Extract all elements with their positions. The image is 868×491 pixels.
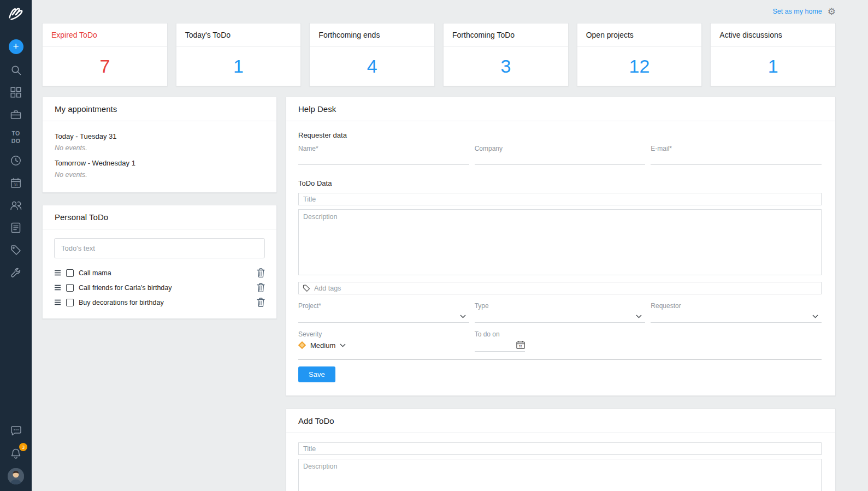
calendar-icon[interactable]: 31: [9, 176, 22, 190]
todo-on-date-input[interactable]: [475, 339, 509, 351]
add-todo-form: [286, 433, 835, 491]
todo-checkbox[interactable]: [66, 269, 74, 277]
appointment-status: No events.: [55, 144, 264, 152]
stat-value[interactable]: 4: [310, 47, 434, 86]
projects-briefcase-icon[interactable]: [9, 108, 22, 121]
type-label: Type: [475, 302, 646, 310]
user-avatar[interactable]: [8, 468, 24, 484]
stat-value[interactable]: 7: [43, 47, 167, 86]
company-field: Company: [475, 145, 646, 165]
help-desk-card: Help Desk Requester data Name* Company: [286, 97, 836, 396]
trash-icon[interactable]: [257, 298, 265, 307]
todo-item-label: Call friends for Carla's birthday: [79, 284, 252, 292]
my-appointments-card: My appointments Today - Tuesday 31 No ev…: [42, 97, 277, 193]
drag-handle-icon[interactable]: [54, 285, 61, 291]
name-input[interactable]: [298, 153, 469, 165]
right-column: Help Desk Requester data Name* Company: [286, 97, 836, 491]
todo-item-label: Buy decorations for birthday: [79, 299, 252, 306]
stat-value[interactable]: 1: [711, 47, 835, 86]
name-label: Name*: [298, 145, 469, 152]
chevron-down-icon: [636, 315, 642, 318]
email-input[interactable]: [651, 153, 822, 165]
dashboard-columns: My appointments Today - Tuesday 31 No ev…: [42, 97, 836, 491]
severity-select[interactable]: Medium: [298, 339, 469, 352]
help-desk-form: Requester data Name* Company E-mail*: [286, 121, 835, 395]
stat-value[interactable]: 12: [577, 47, 702, 86]
type-field: Type: [475, 302, 646, 323]
add-button[interactable]: [9, 39, 23, 54]
tools-wrench-icon[interactable]: [9, 266, 22, 279]
notes-icon[interactable]: [9, 221, 22, 234]
project-select[interactable]: [298, 310, 469, 323]
drag-handle-icon[interactable]: [54, 270, 61, 276]
topbar: Set as my home: [42, 0, 836, 23]
set-home-link[interactable]: Set as my home: [772, 8, 822, 15]
todo-on-label: To do on: [475, 330, 646, 338]
app-logo[interactable]: [6, 5, 26, 25]
stat-value[interactable]: 3: [444, 47, 568, 86]
dashboard-icon[interactable]: [9, 86, 22, 99]
notification-badge: 3: [19, 443, 27, 451]
requestor-select[interactable]: [651, 310, 822, 323]
save-button[interactable]: Save: [298, 366, 335, 382]
stat-title: Open projects: [577, 23, 702, 47]
helpdesk-title-input[interactable]: [298, 193, 822, 205]
chevron-down-icon: [460, 315, 466, 318]
stat-title: Forthcoming ToDo: [444, 23, 568, 47]
datepicker-calendar-icon[interactable]: 31: [516, 341, 525, 349]
project-field: Project*: [298, 302, 469, 323]
stat-card-forthcoming-todo: Forthcoming ToDo 3: [443, 23, 569, 86]
stat-card-expired-todo: Expired ToDo 7: [42, 23, 168, 86]
selects-row: Project* Type Requestor: [298, 302, 822, 323]
drag-handle-icon[interactable]: [54, 299, 61, 305]
stat-title: Forthcoming ends: [310, 23, 434, 47]
type-select[interactable]: [475, 310, 646, 323]
trash-icon[interactable]: [257, 283, 265, 292]
tags-input-wrap: [298, 282, 822, 294]
todo-item: Buy decorations for birthday: [54, 295, 265, 310]
section-requester-data: Requester data: [298, 131, 822, 139]
add-todo-description-input[interactable]: [298, 459, 822, 491]
company-input[interactable]: [475, 153, 646, 165]
stat-value[interactable]: 1: [176, 47, 301, 86]
sidebar: TO DO 31: [0, 0, 32, 491]
main-content: Set as my home Expired ToDo 7 Today's To…: [32, 0, 868, 491]
add-tags-input[interactable]: [313, 284, 817, 293]
trash-icon[interactable]: [257, 268, 265, 277]
todo-checkbox[interactable]: [66, 284, 74, 292]
section-todo-data: ToDo Data: [298, 179, 822, 187]
chat-icon[interactable]: [9, 424, 22, 437]
todo-checkbox[interactable]: [66, 299, 74, 306]
left-column: My appointments Today - Tuesday 31 No ev…: [42, 97, 277, 319]
gear-icon[interactable]: [828, 6, 836, 17]
add-todo-card: Add ToDo: [286, 409, 836, 491]
todo-item: Call friends for Carla's birthday: [54, 280, 265, 295]
notifications-bell-icon[interactable]: 3: [9, 447, 22, 460]
svg-text:31: 31: [14, 183, 18, 187]
email-field: E-mail*: [651, 145, 822, 165]
search-icon[interactable]: [9, 63, 22, 76]
stat-title: Active discussions: [711, 23, 835, 47]
users-icon[interactable]: [9, 199, 22, 212]
todo-item: Call mama: [54, 265, 265, 280]
appointments-body: Today - Tuesday 31 No events. Tomorrow -…: [43, 121, 276, 192]
todo-list: Call mama Call friends for Carla's birth…: [54, 265, 265, 310]
severity-medium-icon: [298, 341, 306, 349]
card-title: My appointments: [43, 97, 276, 121]
time-clock-icon[interactable]: [9, 154, 22, 167]
stat-card-forthcoming-ends: Forthcoming ends 4: [309, 23, 435, 86]
sidebar-item-todo[interactable]: TO DO: [9, 130, 22, 145]
appointment-day: Today - Tuesday 31: [55, 132, 264, 140]
empty-cell: [651, 330, 822, 352]
severity-value: Medium: [310, 341, 335, 350]
helpdesk-description-input[interactable]: [298, 209, 822, 275]
todo-text-input[interactable]: [54, 238, 265, 258]
card-title: Help Desk: [286, 97, 835, 121]
date-control: 31: [475, 339, 525, 352]
stat-card-active-discussions: Active discussions 1: [710, 23, 836, 86]
tags-icon[interactable]: [9, 244, 22, 257]
requestor-field: Requestor: [651, 302, 822, 323]
chevron-down-icon: [340, 344, 346, 347]
appointment-status: No events.: [55, 171, 264, 179]
add-todo-title-input[interactable]: [298, 442, 822, 455]
